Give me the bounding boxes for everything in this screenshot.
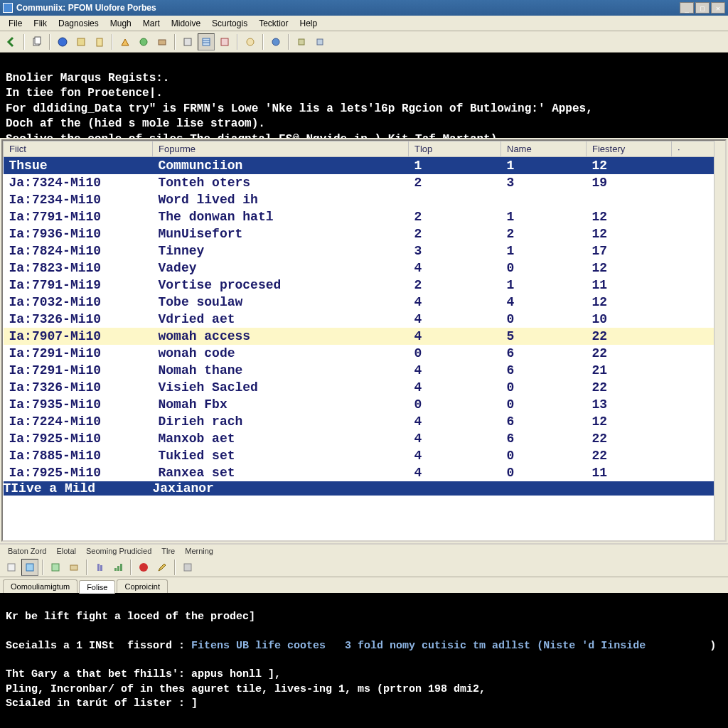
data-table-pane: Fiict Fopurme Tlop Name Fiestery · Thsue…: [1, 139, 727, 542]
table-cell: 6: [501, 345, 587, 362]
table-cell: Ia:7925-Mi10: [4, 464, 153, 481]
tool-button-11[interactable]: [311, 33, 328, 50]
table-header-row: Fiict Fopurme Tlop Name Fiestery ·: [4, 141, 725, 157]
menu-tecktior[interactable]: Tecktior: [253, 17, 294, 30]
table-row[interactable]: Ia:7234-Mi10Word lived ih: [4, 191, 725, 208]
console-line: Doch af the (hied s mole lise straom).: [6, 117, 265, 130]
col-fiestery[interactable]: Fiestery: [587, 141, 672, 157]
footer-cell: [501, 481, 587, 496]
table-row[interactable]: Ia:7291-Mi10wonah code0622: [4, 345, 725, 362]
console-line: Scialed in tarút of lister : ]: [6, 697, 198, 710]
table-row[interactable]: Ia:7823-Mi10Vadey4012: [4, 259, 725, 277]
menu-help[interactable]: Help: [294, 17, 323, 30]
col-name[interactable]: Name: [501, 141, 587, 157]
tab-folise[interactable]: Folise: [79, 580, 115, 594]
back-button[interactable]: [3, 33, 20, 50]
menu-mugh[interactable]: Mugh: [105, 17, 137, 30]
col-tlop[interactable]: Tlop: [409, 141, 501, 157]
vertical-scrollbar[interactable]: [714, 141, 725, 540]
table-cell: 21: [587, 362, 672, 379]
col-fiict[interactable]: Fiict: [4, 141, 153, 157]
console-line: Sceialls a 1 INSt fissord : Fitens UB li…: [6, 640, 716, 652]
table-row[interactable]: Ia:7326-Mi10Vdried aet4010: [4, 311, 725, 328]
tool-button-8[interactable]: [242, 33, 259, 50]
submenu-item[interactable]: Elotal: [51, 545, 81, 557]
bottom-tabs: Oomouliamigtum Folise Coproicint: [0, 577, 728, 593]
table-cell: 22: [587, 430, 672, 447]
menu-dagnosies[interactable]: Dagnosies: [53, 17, 105, 30]
svg-point-5: [140, 38, 147, 46]
submenu-item[interactable]: Tlre: [156, 545, 180, 557]
table-row[interactable]: ThsueCommunciion1112: [4, 157, 725, 174]
tool-button-1[interactable]: [73, 33, 90, 50]
menu-flik[interactable]: Flik: [28, 17, 53, 30]
table-cell: Ia:7224-Mi10: [4, 413, 153, 430]
table-row[interactable]: Ia:7925-Mi10Ranxea set4011: [4, 464, 725, 481]
sub-tool-stop[interactable]: [135, 559, 152, 576]
table-row[interactable]: Ia:7032-Mi10Tobe soulaw4412: [4, 294, 725, 311]
table-row[interactable]: Ja:7324-Mi10Tonteh oters2319: [4, 174, 725, 191]
tool-button-4[interactable]: [135, 33, 152, 50]
sub-tool-1[interactable]: [3, 559, 20, 576]
submenu-item[interactable]: Seoming Prudicied: [81, 545, 156, 557]
table-row[interactable]: Ia:7907-Mi10womah access4522: [4, 328, 725, 345]
sub-tool-2[interactable]: [21, 559, 38, 576]
table-row[interactable]: Ia:7791-Mi10The donwan hatl2112: [4, 208, 725, 225]
main-toolbar: [0, 31, 728, 53]
table-cell: 1: [501, 277, 587, 294]
copy-button[interactable]: [28, 33, 46, 50]
sub-tool-5[interactable]: [91, 559, 108, 576]
menu-scurtogis[interactable]: Scurtogis: [206, 17, 253, 30]
table-cell: 4: [409, 430, 501, 447]
table-row[interactable]: Ia:7885-Mi10Tukied set4022: [4, 447, 725, 464]
table-cell: [587, 191, 672, 208]
tool-button-3[interactable]: [117, 33, 134, 50]
sub-tool-7[interactable]: [179, 559, 196, 576]
table-row[interactable]: Ia:7224-Mi10Dirieh rach4612: [4, 413, 725, 430]
table-row[interactable]: Ia:7791-Mi19Vortise procesed2111: [4, 277, 725, 294]
col-fopurme[interactable]: Fopurme: [153, 141, 409, 157]
window-title: Communiix: PFOM Ulofore Porbes: [16, 3, 680, 13]
table-row[interactable]: Ia:7935-Mi10Nomah Fbx0013: [4, 396, 725, 413]
close-button[interactable]: ✕: [711, 2, 725, 14]
tool-button-2[interactable]: [91, 33, 108, 50]
globe-button[interactable]: [54, 33, 71, 50]
menu-file[interactable]: File: [3, 17, 28, 30]
svg-rect-7: [184, 38, 191, 46]
table-cell: Ranxea set: [153, 464, 409, 481]
submenu-item[interactable]: Baton Zord: [3, 545, 51, 557]
svg-rect-6: [159, 40, 166, 45]
sub-tool-3[interactable]: [47, 559, 64, 576]
footer-cell: [409, 481, 501, 496]
table-cell: 6: [501, 362, 587, 379]
menu-mart[interactable]: Mart: [137, 17, 166, 30]
minimize-button[interactable]: _: [680, 2, 694, 14]
table-cell: Ia:7925-Mi10: [4, 430, 153, 447]
tab-coproicint[interactable]: Coproicint: [117, 579, 168, 593]
table-row[interactable]: Ia:7326-Mi10Visieh Sacled4022: [4, 379, 725, 396]
table-cell: 4: [409, 413, 501, 430]
svg-point-12: [247, 38, 254, 46]
table-footer-row[interactable]: TIive a Mild Jaxianor: [4, 481, 725, 496]
tool-button-9[interactable]: [267, 33, 284, 50]
list-view-button[interactable]: [198, 33, 215, 50]
tool-button-5[interactable]: [154, 33, 171, 50]
table-row[interactable]: Ia:7291-Mi10Nomah thane4621: [4, 362, 725, 379]
table-row[interactable]: Ia:7925-Mi10Manxob aet4622: [4, 430, 725, 447]
table-row[interactable]: Ia:7824-Mi10Tinney3117: [4, 242, 725, 259]
tool-button-6[interactable]: [179, 33, 196, 50]
submenu-item[interactable]: Merning: [180, 545, 218, 557]
tool-button-7[interactable]: [216, 33, 233, 50]
tool-button-10[interactable]: [293, 33, 310, 50]
data-table[interactable]: Fiict Fopurme Tlop Name Fiestery · Thsue…: [3, 141, 725, 496]
sub-tool-6[interactable]: [109, 559, 127, 576]
sub-tool-4[interactable]: [65, 559, 82, 576]
menu-midoive[interactable]: Midoive: [166, 17, 206, 30]
table-cell: MunUisefort: [153, 225, 409, 242]
tab-oomouliamigtum[interactable]: Oomouliamigtum: [3, 579, 77, 593]
sub-tool-edit[interactable]: [154, 559, 171, 576]
toolbar-separator: [262, 34, 264, 50]
table-cell: 4: [409, 362, 501, 379]
maximize-button[interactable]: □: [695, 2, 710, 14]
table-row[interactable]: Ia:7936-Mi10MunUisefort2212: [4, 225, 725, 242]
